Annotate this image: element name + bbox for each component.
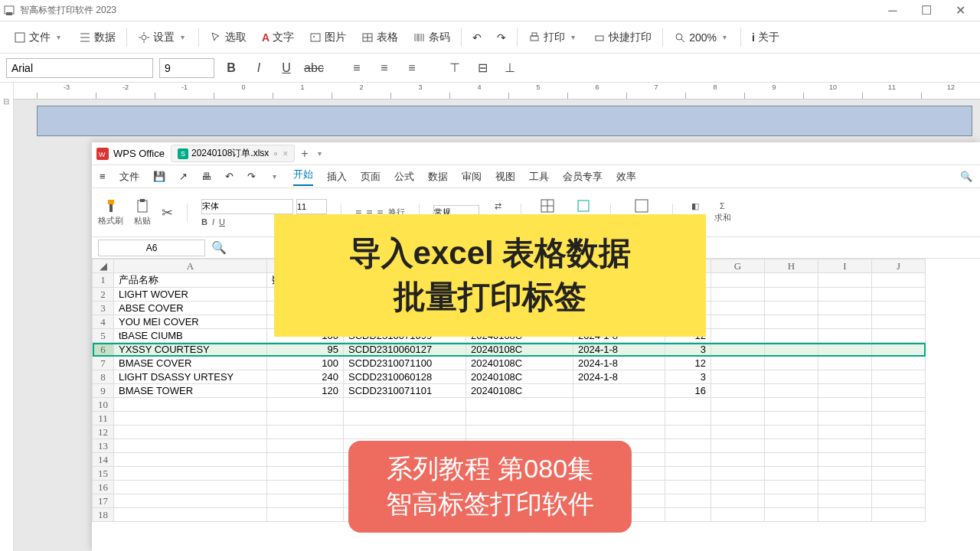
font-select[interactable] (6, 58, 153, 78)
cell[interactable] (818, 467, 872, 481)
cell[interactable] (114, 412, 267, 425)
cell[interactable] (573, 412, 665, 425)
cell[interactable] (711, 439, 765, 453)
menu-print-icon[interactable]: 🖶 (201, 171, 211, 182)
bold-button[interactable]: B (220, 58, 242, 78)
col-header[interactable]: H (765, 259, 818, 273)
cell[interactable]: BMASE COVER (114, 357, 267, 370)
cell[interactable] (114, 508, 267, 522)
ribbon-brush[interactable]: 格式刷 (98, 198, 123, 227)
tree-category[interactable]: ⊟文字 (0, 86, 13, 116)
cell[interactable] (818, 273, 872, 288)
cell[interactable] (711, 329, 765, 343)
cell[interactable]: tBASE CIUMB (114, 329, 267, 343)
cell[interactable] (872, 370, 926, 384)
cell[interactable] (872, 357, 926, 370)
cell[interactable] (765, 398, 818, 412)
cell[interactable] (711, 481, 765, 494)
cell[interactable]: 16 (665, 384, 711, 398)
cell[interactable] (573, 398, 665, 412)
cell[interactable] (872, 384, 926, 398)
tree-item[interactable]: T 黑底白字 (0, 274, 14, 332)
ribbon-italic[interactable]: I (212, 217, 214, 227)
table-tool[interactable]: 表格 (354, 28, 406, 47)
cell[interactable] (665, 508, 711, 522)
file-menu[interactable]: 文件▾ (6, 28, 71, 47)
row-header[interactable]: 1 (93, 273, 114, 288)
cell[interactable] (872, 329, 926, 343)
cell[interactable] (872, 453, 926, 467)
cell[interactable]: 2024-1-8 (573, 357, 665, 370)
cell[interactable] (114, 467, 267, 481)
valign-top-button[interactable]: ⊤ (444, 58, 466, 78)
cell[interactable]: 20240108C (466, 357, 573, 370)
new-tab-button[interactable]: + (301, 147, 308, 161)
text-tool[interactable]: A文字 (254, 28, 302, 47)
label-object[interactable] (37, 106, 972, 136)
cell[interactable]: 2024-1-8 (573, 343, 665, 357)
row-header[interactable]: 7 (93, 357, 114, 370)
cell[interactable] (711, 494, 765, 508)
cell[interactable] (665, 412, 711, 425)
undo-button[interactable]: ↶ (465, 28, 489, 47)
align-left-button[interactable]: ≡ (346, 58, 368, 78)
row-header[interactable]: 3 (93, 302, 114, 315)
cell[interactable] (114, 439, 267, 453)
cell[interactable]: SCDD2310071101 (344, 384, 466, 398)
cell[interactable] (267, 412, 344, 425)
cell[interactable] (665, 494, 711, 508)
cell-reference[interactable] (98, 240, 205, 256)
cell[interactable] (267, 508, 344, 522)
menu-tools[interactable]: 工具 (529, 170, 549, 184)
cell[interactable] (872, 273, 926, 288)
cell[interactable] (872, 439, 926, 453)
tree-item[interactable]: T 旋转270文字 (0, 546, 14, 551)
cell[interactable] (818, 494, 872, 508)
redo-button[interactable]: ↷ (489, 28, 514, 47)
menu-review[interactable]: 审阅 (462, 170, 482, 184)
cell[interactable] (765, 357, 818, 370)
row-header[interactable]: 17 (93, 494, 114, 508)
cell[interactable] (665, 398, 711, 412)
cell[interactable] (765, 481, 818, 494)
col-header[interactable]: G (711, 259, 765, 273)
cell[interactable] (114, 481, 267, 494)
cell[interactable]: 20240108C (466, 343, 573, 357)
cell[interactable] (872, 467, 926, 481)
valign-mid-button[interactable]: ⊟ (472, 58, 493, 78)
underline-button[interactable]: U (276, 58, 297, 78)
cell[interactable] (872, 425, 926, 439)
tab-pin-icon[interactable]: ⚬ (272, 148, 279, 159)
cell[interactable] (466, 412, 573, 425)
cell[interactable] (765, 315, 818, 329)
cell[interactable] (267, 439, 344, 453)
cell[interactable]: 20240108C (466, 384, 573, 398)
image-tool[interactable]: 图片 (302, 28, 354, 47)
cell[interactable] (765, 343, 818, 357)
cell[interactable] (872, 508, 926, 522)
cell[interactable]: 2024-1-8 (573, 370, 665, 384)
cell[interactable] (872, 412, 926, 425)
cell[interactable]: 100 (267, 357, 344, 370)
cell[interactable] (711, 467, 765, 481)
settings-menu[interactable]: 设置▾ (130, 28, 195, 47)
cell[interactable] (818, 508, 872, 522)
cell[interactable]: 120 (267, 384, 344, 398)
col-header[interactable]: A (114, 259, 267, 273)
menu-effect[interactable]: 效率 (616, 170, 636, 184)
cell[interactable] (665, 439, 711, 453)
ribbon-paste[interactable]: 粘贴 (134, 198, 151, 227)
row-header[interactable]: 6 (93, 343, 114, 357)
cell[interactable] (818, 481, 872, 494)
cell[interactable] (344, 412, 466, 425)
cell[interactable]: 20240108C (466, 370, 573, 384)
cell[interactable] (765, 453, 818, 467)
col-header[interactable]: I (818, 259, 872, 273)
cell[interactable] (765, 412, 818, 425)
align-center-button[interactable]: ≡ (374, 58, 395, 78)
tree-item[interactable]: T 常规文字 (0, 116, 14, 174)
cell[interactable] (818, 412, 872, 425)
tab-menu-button[interactable]: ▾ (315, 149, 325, 158)
row-header[interactable]: 10 (93, 398, 114, 412)
cell[interactable] (267, 481, 344, 494)
